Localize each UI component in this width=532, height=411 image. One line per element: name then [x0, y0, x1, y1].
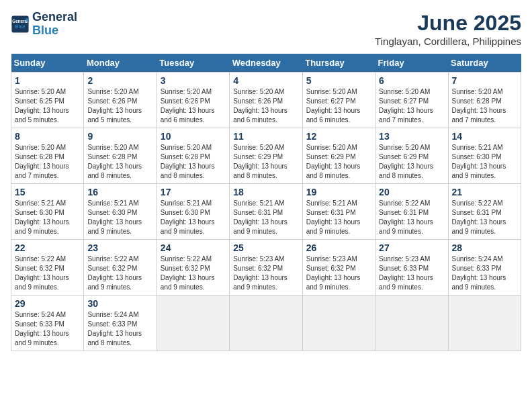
logo: General Blue General Blue	[11, 11, 77, 38]
table-row: 15Sunrise: 5:21 AMSunset: 6:30 PMDayligh…	[11, 184, 84, 240]
day-info: Sunrise: 5:20 AMSunset: 6:29 PMDaylight:…	[233, 144, 287, 179]
table-row: 7Sunrise: 5:20 AMSunset: 6:28 PMDaylight…	[448, 73, 521, 128]
day-info: Sunrise: 5:20 AMSunset: 6:27 PMDaylight:…	[306, 88, 361, 124]
calendar-table: Sunday Monday Tuesday Wednesday Thursday…	[11, 54, 521, 351]
day-number: 25	[233, 242, 298, 253]
table-row: 30Sunrise: 5:24 AMSunset: 6:33 PMDayligh…	[84, 295, 157, 351]
month-title: June 2025	[375, 11, 521, 36]
day-number: 17	[161, 187, 226, 197]
table-row: 28Sunrise: 5:24 AMSunset: 6:33 PMDayligh…	[448, 240, 521, 295]
table-row: 14Sunrise: 5:21 AMSunset: 6:30 PMDayligh…	[448, 128, 521, 184]
location-title: Tinglayan, Cordillera, Philippines	[375, 36, 521, 47]
header-thursday: Thursday	[302, 54, 375, 73]
header-monday: Monday	[84, 54, 157, 73]
table-row	[375, 295, 448, 351]
day-number: 5	[306, 75, 371, 86]
day-info: Sunrise: 5:24 AMSunset: 6:33 PMDaylight:…	[15, 311, 69, 347]
day-number: 11	[233, 131, 298, 142]
day-info: Sunrise: 5:23 AMSunset: 6:33 PMDaylight:…	[379, 255, 433, 291]
header-friday: Friday	[375, 54, 448, 73]
day-number: 13	[379, 131, 444, 142]
table-row: 22Sunrise: 5:22 AMSunset: 6:32 PMDayligh…	[11, 240, 84, 295]
day-info: Sunrise: 5:20 AMSunset: 6:28 PMDaylight:…	[15, 144, 69, 179]
table-row: 6Sunrise: 5:20 AMSunset: 6:27 PMDaylight…	[375, 73, 448, 128]
header-saturday: Saturday	[448, 54, 521, 73]
table-row: 25Sunrise: 5:23 AMSunset: 6:32 PMDayligh…	[230, 240, 302, 295]
day-number: 4	[233, 75, 298, 86]
header-tuesday: Tuesday	[157, 54, 229, 73]
day-info: Sunrise: 5:21 AMSunset: 6:30 PMDaylight:…	[15, 199, 69, 235]
day-info: Sunrise: 5:20 AMSunset: 6:28 PMDaylight:…	[452, 88, 506, 124]
table-row	[302, 295, 375, 351]
table-row	[230, 295, 302, 351]
day-info: Sunrise: 5:22 AMSunset: 6:32 PMDaylight:…	[15, 255, 69, 291]
day-info: Sunrise: 5:24 AMSunset: 6:33 PMDaylight:…	[87, 311, 142, 347]
day-number: 6	[379, 75, 444, 86]
day-number: 18	[233, 187, 298, 197]
table-row: 16Sunrise: 5:21 AMSunset: 6:30 PMDayligh…	[84, 184, 157, 240]
day-info: Sunrise: 5:21 AMSunset: 6:31 PMDaylight:…	[233, 199, 287, 235]
table-row: 4Sunrise: 5:20 AMSunset: 6:26 PMDaylight…	[230, 73, 302, 128]
day-info: Sunrise: 5:21 AMSunset: 6:30 PMDaylight:…	[452, 144, 506, 179]
day-number: 2	[87, 75, 152, 86]
day-info: Sunrise: 5:22 AMSunset: 6:32 PMDaylight:…	[87, 255, 142, 291]
day-number: 24	[161, 242, 226, 253]
table-row: 11Sunrise: 5:20 AMSunset: 6:29 PMDayligh…	[230, 128, 302, 184]
table-row: 8Sunrise: 5:20 AMSunset: 6:28 PMDaylight…	[11, 128, 84, 184]
logo-icon: General Blue	[11, 15, 30, 34]
day-info: Sunrise: 5:20 AMSunset: 6:27 PMDaylight:…	[379, 88, 433, 124]
table-row	[448, 295, 521, 351]
table-row: 24Sunrise: 5:22 AMSunset: 6:32 PMDayligh…	[157, 240, 229, 295]
day-number: 19	[306, 187, 371, 197]
title-area: June 2025 Tinglayan, Cordillera, Philipp…	[375, 11, 521, 47]
day-number: 3	[161, 75, 226, 86]
day-info: Sunrise: 5:20 AMSunset: 6:28 PMDaylight:…	[87, 144, 142, 179]
day-info: Sunrise: 5:20 AMSunset: 6:25 PMDaylight:…	[15, 88, 69, 124]
day-number: 26	[306, 242, 371, 253]
day-number: 28	[452, 242, 517, 253]
day-number: 16	[87, 187, 152, 197]
table-row: 10Sunrise: 5:20 AMSunset: 6:28 PMDayligh…	[157, 128, 229, 184]
table-row: 21Sunrise: 5:22 AMSunset: 6:31 PMDayligh…	[448, 184, 521, 240]
day-number: 30	[87, 298, 152, 309]
day-number: 1	[15, 75, 80, 86]
day-info: Sunrise: 5:22 AMSunset: 6:32 PMDaylight:…	[161, 255, 215, 291]
table-row: 1Sunrise: 5:20 AMSunset: 6:25 PMDaylight…	[11, 73, 84, 128]
day-info: Sunrise: 5:20 AMSunset: 6:26 PMDaylight:…	[161, 88, 215, 124]
svg-text:Blue: Blue	[15, 24, 25, 28]
day-number: 10	[161, 131, 226, 142]
day-info: Sunrise: 5:22 AMSunset: 6:31 PMDaylight:…	[452, 199, 506, 235]
day-info: Sunrise: 5:20 AMSunset: 6:28 PMDaylight:…	[161, 144, 215, 179]
day-number: 27	[379, 242, 444, 253]
table-row: 29Sunrise: 5:24 AMSunset: 6:33 PMDayligh…	[11, 295, 84, 351]
table-row: 9Sunrise: 5:20 AMSunset: 6:28 PMDaylight…	[84, 128, 157, 184]
day-info: Sunrise: 5:23 AMSunset: 6:32 PMDaylight:…	[306, 255, 361, 291]
day-info: Sunrise: 5:23 AMSunset: 6:32 PMDaylight:…	[233, 255, 287, 291]
day-number: 20	[379, 187, 444, 197]
day-info: Sunrise: 5:20 AMSunset: 6:26 PMDaylight:…	[87, 88, 142, 124]
table-row: 27Sunrise: 5:23 AMSunset: 6:33 PMDayligh…	[375, 240, 448, 295]
day-number: 8	[15, 131, 80, 142]
day-info: Sunrise: 5:21 AMSunset: 6:30 PMDaylight:…	[161, 199, 215, 235]
table-row: 3Sunrise: 5:20 AMSunset: 6:26 PMDaylight…	[157, 73, 229, 128]
day-number: 29	[15, 298, 80, 309]
table-row: 20Sunrise: 5:22 AMSunset: 6:31 PMDayligh…	[375, 184, 448, 240]
day-number: 9	[87, 131, 152, 142]
header-wednesday: Wednesday	[230, 54, 302, 73]
table-row: 18Sunrise: 5:21 AMSunset: 6:31 PMDayligh…	[230, 184, 302, 240]
table-row: 2Sunrise: 5:20 AMSunset: 6:26 PMDaylight…	[84, 73, 157, 128]
day-info: Sunrise: 5:21 AMSunset: 6:31 PMDaylight:…	[306, 199, 361, 235]
header-sunday: Sunday	[11, 54, 84, 73]
day-number: 23	[87, 242, 152, 253]
day-info: Sunrise: 5:20 AMSunset: 6:29 PMDaylight:…	[306, 144, 361, 179]
day-number: 12	[306, 131, 371, 142]
day-info: Sunrise: 5:24 AMSunset: 6:33 PMDaylight:…	[452, 255, 506, 291]
day-number: 14	[452, 131, 517, 142]
day-info: Sunrise: 5:20 AMSunset: 6:29 PMDaylight:…	[379, 144, 433, 179]
table-row: 13Sunrise: 5:20 AMSunset: 6:29 PMDayligh…	[375, 128, 448, 184]
day-info: Sunrise: 5:22 AMSunset: 6:31 PMDaylight:…	[379, 199, 433, 235]
day-number: 21	[452, 187, 517, 197]
day-number: 15	[15, 187, 80, 197]
day-info: Sunrise: 5:20 AMSunset: 6:26 PMDaylight:…	[233, 88, 287, 124]
table-row: 5Sunrise: 5:20 AMSunset: 6:27 PMDaylight…	[302, 73, 375, 128]
